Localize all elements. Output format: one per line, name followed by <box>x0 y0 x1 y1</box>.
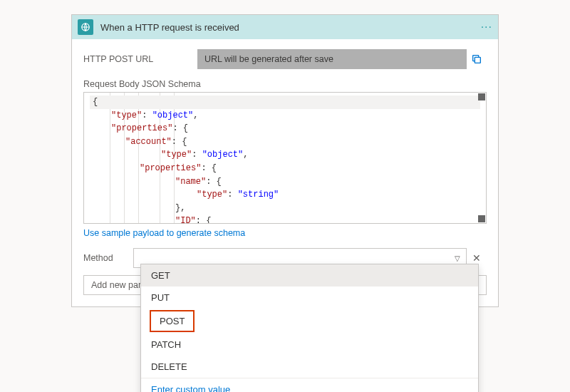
more-menu-button[interactable]: ··· <box>481 21 492 33</box>
post-url-label: HTTP POST URL <box>83 54 197 64</box>
method-option-get[interactable]: GET <box>141 264 478 287</box>
scrollbar-thumb-icon[interactable] <box>478 215 485 222</box>
schema-label: Request Body JSON Schema <box>83 79 487 89</box>
method-option-delete[interactable]: DELETE <box>141 356 478 378</box>
card-header[interactable]: When a HTTP request is received ··· <box>72 15 498 39</box>
method-option-post[interactable]: POST <box>150 310 195 332</box>
method-option-put[interactable]: PUT <box>141 287 478 309</box>
post-url-row: HTTP POST URL URL will be generated afte… <box>83 49 487 69</box>
chevron-down-icon: ▽ <box>455 254 460 262</box>
enter-custom-value-link[interactable]: Enter custom value <box>141 378 478 392</box>
schema-editor[interactable]: { "type": "object", "properties": { "acc… <box>83 92 487 224</box>
scrollbar-thumb-icon[interactable] <box>478 93 485 100</box>
method-label: Method <box>83 253 133 263</box>
use-sample-payload-link[interactable]: Use sample payload to generate schema <box>83 228 245 238</box>
card-title: When a HTTP request is received <box>100 22 481 33</box>
clear-method-button[interactable]: ✕ <box>467 252 487 264</box>
post-url-field: URL will be generated after save <box>197 49 467 69</box>
svg-rect-1 <box>475 57 480 63</box>
method-dropdown-menu: GET PUT POST PATCH DELETE Enter custom v… <box>140 264 479 392</box>
copy-url-button[interactable] <box>467 53 487 65</box>
method-option-patch[interactable]: PATCH <box>141 334 478 356</box>
http-icon <box>78 19 93 35</box>
